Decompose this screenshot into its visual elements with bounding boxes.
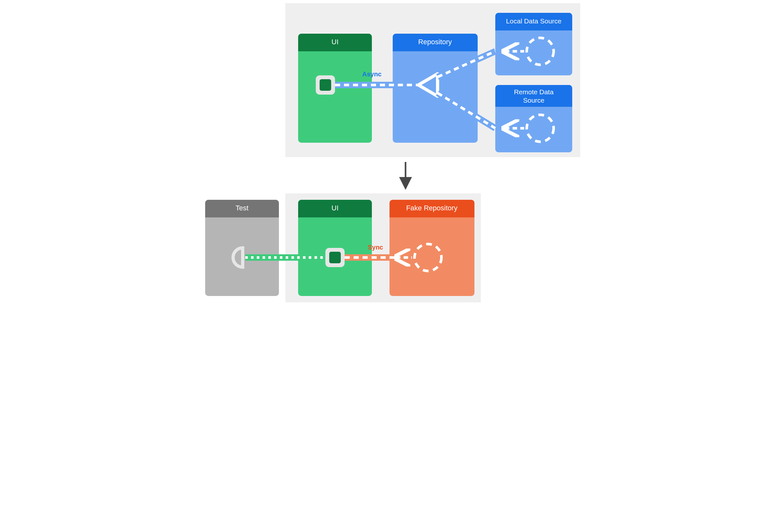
remote-data-source-box: Remote Data Source [495,85,572,152]
fake-repository-box: Fake Repository [390,200,474,296]
sync-label: Sync [368,244,383,251]
local-data-source-box: Local Data Source [495,13,572,75]
remote-data-source-title-1: Remote Data [514,88,554,96]
fake-repository-title: Fake Repository [406,204,458,212]
test-box-title: Test [236,204,248,212]
architecture-diagram: UI Repository Local Data Source Remote D… [172,0,607,308]
local-data-source-title: Local Data Source [506,17,562,25]
remote-data-source-title-2: Source [523,97,545,104]
svg-rect-29 [329,252,341,263]
test-box: Test [205,200,279,296]
repository-box-title: Repository [418,38,452,46]
ui-box-bottom: UI [298,200,372,296]
async-label: Async [362,70,381,77]
svg-rect-4 [320,79,331,91]
ui-box-bottom-title: UI [332,204,339,212]
ui-box-top-title: UI [332,38,339,46]
